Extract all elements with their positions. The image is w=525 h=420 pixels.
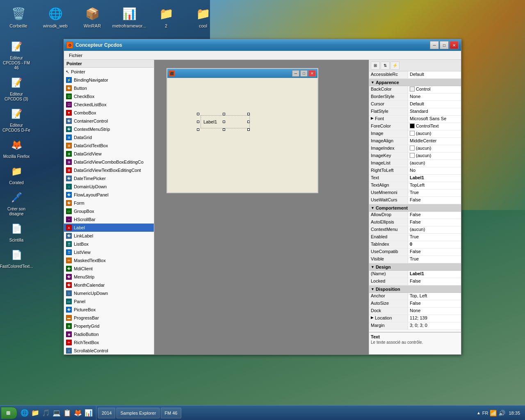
handle-bm[interactable] [223, 128, 225, 131]
toolbox-item-mdiclient[interactable]: �MdiClient [64, 265, 154, 273]
toolbox-item-groupbox[interactable]: ▭GroupBox [64, 207, 154, 215]
toolbox-item-scrollablecontrol[interactable]: ↕ScrollableControl [64, 347, 154, 354]
toolbox-pointer-item[interactable]: ↖ Pointer [64, 68, 154, 76]
prop-value-cell[interactable]: Label1 [408, 271, 461, 278]
prop-value-cell[interactable]: (aucun) [408, 130, 461, 137]
icon-folder2[interactable]: 📁 2 [148, 2, 185, 32]
toolbox-item-contextmenustrip[interactable]: �ContextMenuStrip [64, 125, 154, 133]
taskbar-item-samples[interactable]: Samples Explorer [116, 408, 160, 418]
designer-canvas[interactable]: ⬛ ─ □ ✕ [154, 60, 369, 354]
toolbox-item-flowlayoutpanel[interactable]: �FlowLayoutPanel [64, 191, 154, 199]
toolbox-item-picturebox[interactable]: �PictureBox [64, 306, 154, 314]
minimize-button[interactable]: ─ [430, 41, 439, 49]
prop-value-cell[interactable]: Default [408, 101, 461, 108]
ql-vs[interactable]: 💻 [52, 408, 62, 418]
label-control[interactable]: Label1 [201, 115, 250, 128]
prop-value-cell[interactable]: True [408, 189, 461, 196]
ql-explorer[interactable]: 📁 [30, 408, 40, 418]
prop-value-cell[interactable]: Top, Left [408, 293, 461, 300]
toolbox-item-monthcalendar[interactable]: �MonthCalendar [64, 281, 154, 289]
handle-ml[interactable] [197, 121, 199, 123]
prop-value-cell[interactable]: False [408, 249, 461, 256]
toolbox-item-datagrid[interactable]: ⊞DataGrid [64, 133, 154, 142]
toolbox-item-checkbox[interactable]: ☑CheckBox [64, 92, 154, 100]
taskbar-item-fm46[interactable]: FM 46 [161, 408, 181, 418]
icon-corated[interactable]: 📁 Corated [0, 162, 33, 188]
prop-value-cell[interactable]: (aucun) [408, 226, 461, 233]
toolbox-item-button[interactable]: �Button [64, 84, 154, 92]
toolbox-item-datagridtextbox[interactable]: ⊞DataGridTextBox [64, 142, 154, 150]
prop-grid-btn[interactable]: ⊞ [371, 62, 380, 70]
icon-editeur2[interactable]: 📝 Editeur CPCDOS (3) [0, 73, 33, 104]
toolbox-item-richtextbox[interactable]: ✏RichTextBox [64, 338, 154, 347]
ql-extra1[interactable]: 📋 [62, 408, 72, 418]
prop-value-cell[interactable]: ControlText [408, 123, 461, 130]
icon-creer[interactable]: 🖊️ Créer son disagne [0, 188, 33, 219]
prop-value-cell[interactable]: MiddleCenter [408, 138, 461, 145]
icon-firefox[interactable]: 🦊 Mozilla Firefox [0, 135, 33, 162]
toolbox-item-menustrip[interactable]: �MenuStrip [64, 273, 154, 281]
toolbox-item-datagridview[interactable]: ⊞DataGridView [64, 150, 154, 158]
icon-corbeille[interactable]: 🗑️ Corbeille [0, 2, 37, 32]
toolbox-item-bindingnavigator[interactable]: ⚡BindingNavigator [64, 76, 154, 84]
toolbox-item-combobox[interactable]: ▼ComboBox [64, 109, 154, 117]
close-button[interactable]: ✕ [450, 41, 459, 49]
toolbox-item-datagridviewtextboxeditingcont[interactable]: ⊞DataGridViewTextBoxEditingCont [64, 166, 154, 174]
toolbox-item-linklabel[interactable]: �LinkLabel [64, 232, 154, 240]
toolbox-item-progressbar[interactable]: ▬ProgressBar [64, 314, 154, 322]
toolbox-item-propertygrid[interactable]: ⊞PropertyGrid [64, 322, 154, 330]
category-collapse-icon[interactable]: ▼ [371, 287, 374, 291]
icon-metro[interactable]: 📊 metroframewor... [111, 2, 148, 32]
toolbox-item-datagridviewcomboboxeditingco[interactable]: ⊞DataGridViewComboBoxEditingCo [64, 158, 154, 166]
handle-br[interactable] [247, 128, 250, 131]
prop-events-btn[interactable]: ⚡ [390, 62, 399, 70]
toolbox-item-listbox[interactable]: ☰ListBox [64, 240, 154, 248]
expand-icon[interactable]: ▶ [371, 315, 374, 320]
icon-winrar[interactable]: 📦 WinRAR [74, 2, 111, 32]
prop-value-cell[interactable]: False [408, 212, 461, 219]
menu-fichier[interactable]: Fichier [66, 52, 86, 59]
prop-value-cell[interactable]: (aucun) [408, 153, 461, 160]
toolbox-item-domainupdown[interactable]: ↕DomainUpDown [64, 183, 154, 191]
expand-icon[interactable]: ▶ [371, 116, 374, 120]
prop-value-cell[interactable]: False [408, 300, 461, 307]
tray-arrow[interactable]: ▲ [477, 411, 481, 415]
prop-value-cell[interactable]: (aucun) [408, 160, 461, 167]
toolbox-item-containercontrol[interactable]: �ContainerControl [64, 117, 154, 125]
ql-firefox[interactable]: 🦊 [73, 408, 83, 418]
form-body[interactable]: Label1 [167, 78, 317, 192]
tray-network[interactable]: 📶 [490, 410, 497, 416]
toolbox-item-panel[interactable]: ▭Panel [64, 297, 154, 306]
form-maximize-button[interactable]: □ [300, 70, 308, 77]
category-collapse-icon[interactable]: ▼ [371, 265, 374, 269]
icon-fastcolored[interactable]: 📄 FastColoredText... [0, 245, 33, 272]
toolbox-item-radiobutton[interactable]: ◉RadioButton [64, 330, 154, 338]
icon-scintilla[interactable]: 📄 Scintilla [0, 219, 33, 245]
prop-value-cell[interactable]: Label1 [408, 175, 461, 182]
toolbox-item-listview[interactable]: ☰ListView [64, 248, 154, 256]
prop-value-cell[interactable]: None [408, 308, 461, 315]
handle-tl[interactable] [197, 113, 199, 115]
ql-extra2[interactable]: 📊 [84, 408, 94, 418]
prop-value-cell[interactable]: True [408, 256, 461, 263]
toolbox-item-numericupdown[interactable]: ↕NumericUpDown [64, 289, 154, 297]
icon-winsdk[interactable]: 🌐 winsdk_web [37, 2, 74, 32]
prop-value-cell[interactable]: False [408, 219, 461, 226]
prop-val-accessiblerc[interactable]: Default [408, 71, 461, 78]
handle-bl[interactable] [197, 128, 199, 131]
toolbox-item-label[interactable]: ALabel [64, 224, 154, 232]
icon-editeur1[interactable]: 📝 Editeur CPCDOS - FM 46 [0, 37, 33, 73]
start-button[interactable]: ⊞ [1, 407, 17, 419]
maximize-button[interactable]: □ [440, 41, 449, 49]
system-clock[interactable]: 18:35 [507, 411, 522, 415]
prop-sort-btn[interactable]: ⇅ [381, 62, 390, 70]
category-collapse-icon[interactable]: ▼ [371, 206, 374, 210]
toolbox-item-hscrollbar[interactable]: ↔HScrollBar [64, 215, 154, 224]
taskbar-item-2014[interactable]: 2014 [98, 408, 115, 418]
ql-media[interactable]: 🎵 [41, 408, 51, 418]
ql-ie[interactable]: 🌐 [20, 408, 30, 418]
prop-value-cell[interactable]: None [408, 94, 461, 100]
prop-value-cell[interactable]: TopLeft [408, 182, 461, 189]
prop-value-cell[interactable]: False [408, 278, 461, 285]
prop-value-cell[interactable]: Microsoft Sans Se [408, 116, 461, 123]
